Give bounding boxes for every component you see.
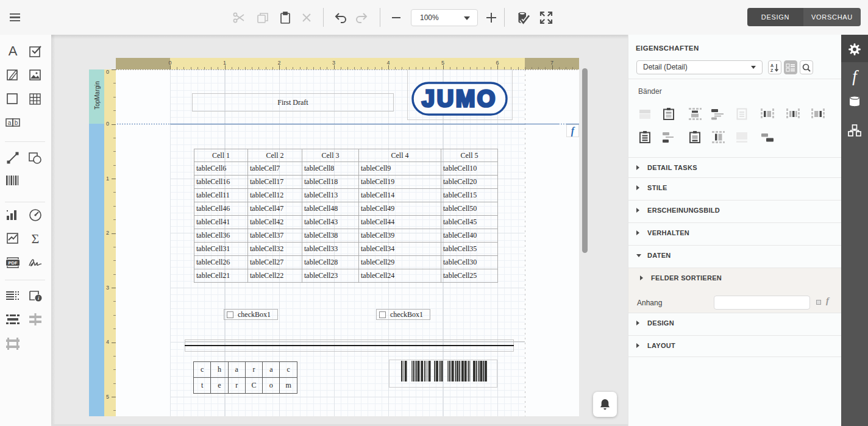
svg-text:A: A (9, 44, 18, 59)
svg-text:b: b (15, 119, 18, 126)
svg-text:Z: Z (770, 68, 774, 73)
svg-text:a: a (8, 119, 12, 126)
svg-text:f: f (852, 68, 859, 85)
svg-text:PDF: PDF (9, 260, 18, 266)
svg-text:JUMO: JUMO (422, 86, 497, 112)
svg-text:A: A (770, 63, 774, 68)
svg-text:Σ: Σ (32, 231, 40, 246)
